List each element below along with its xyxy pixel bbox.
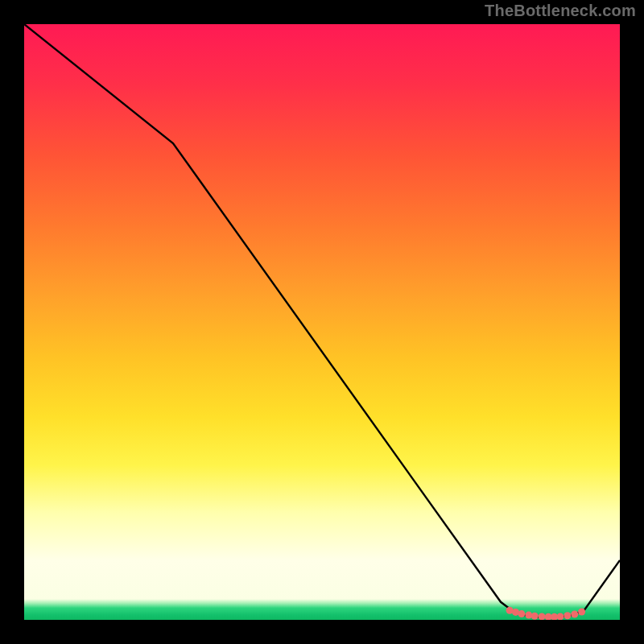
optimal-zone-markers bbox=[506, 607, 586, 620]
optimal-marker bbox=[518, 610, 525, 617]
optimal-marker bbox=[557, 613, 564, 620]
optimal-marker bbox=[531, 613, 539, 620]
optimal-marker bbox=[571, 611, 578, 618]
optimal-marker bbox=[539, 613, 546, 620]
bottleneck-curve bbox=[24, 24, 620, 617]
optimal-marker bbox=[578, 609, 585, 616]
watermark-label: TheBottleneck.com bbox=[485, 2, 636, 20]
optimal-marker bbox=[564, 612, 571, 619]
plot-area bbox=[24, 24, 620, 620]
chart-frame: TheBottleneck.com bbox=[0, 0, 644, 644]
chart-overlay bbox=[24, 24, 620, 620]
